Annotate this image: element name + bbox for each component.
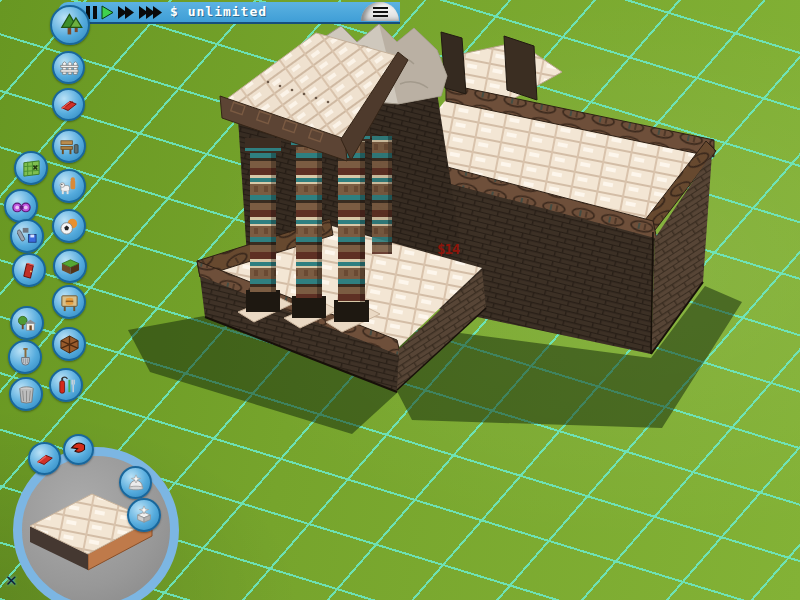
cost-label: $14 xyxy=(437,241,460,257)
speed-controls[interactable] xyxy=(84,5,168,20)
close-x-icon[interactable]: ✕ xyxy=(5,572,18,590)
wall-icon[interactable] xyxy=(52,88,85,121)
fence-icon[interactable] xyxy=(52,51,85,84)
shovel-icon[interactable] xyxy=(8,340,42,374)
binoculars-icon[interactable] xyxy=(4,189,38,223)
play-icon xyxy=(102,6,113,19)
billboard-icon[interactable] xyxy=(52,285,86,319)
extinguisher-utensils-icon[interactable] xyxy=(49,368,83,402)
game-top-bar: $ unlimited xyxy=(58,2,400,24)
trashcan-icon[interactable] xyxy=(9,377,43,411)
roof-crate-icon[interactable] xyxy=(52,327,86,361)
fill-room-tool-icon[interactable] xyxy=(127,498,161,532)
money-display: $ unlimited xyxy=(170,4,267,19)
pets-icon[interactable] xyxy=(52,169,86,203)
toys-ball-icon[interactable] xyxy=(52,209,86,243)
wall-tool-icon[interactable] xyxy=(28,442,61,475)
single-tile-tool-icon[interactable] xyxy=(119,466,152,499)
house-tree-icon[interactable] xyxy=(10,306,44,340)
outdoor-furniture-icon[interactable] xyxy=(52,129,86,163)
fast-forward-icon xyxy=(118,6,134,19)
terrain-block-icon[interactable] xyxy=(53,249,87,283)
undo-icon[interactable] xyxy=(63,434,94,465)
tools-save-icon[interactable] xyxy=(10,219,44,253)
map-icon[interactable] xyxy=(14,151,48,185)
ultra-speed-icon xyxy=(139,6,162,19)
door-icon[interactable] xyxy=(12,253,46,287)
trees-icon[interactable] xyxy=(50,5,90,45)
